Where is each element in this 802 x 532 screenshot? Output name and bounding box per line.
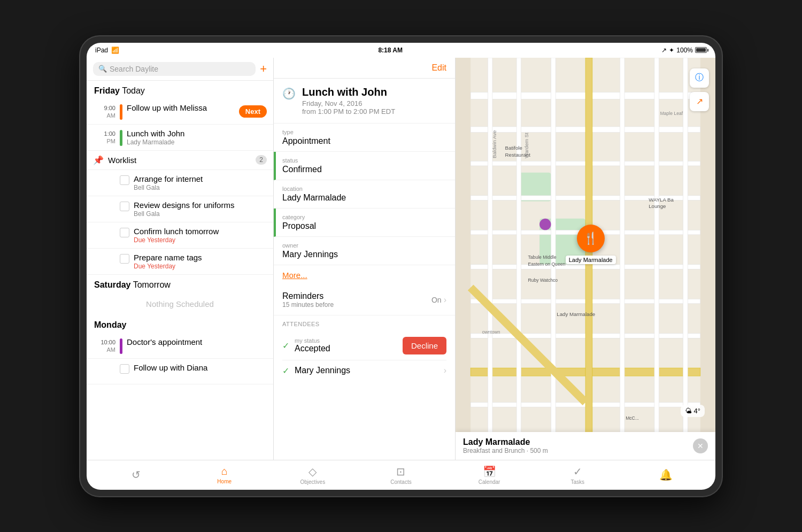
location-label: location: [282, 186, 446, 192]
monday-section: Monday 10:00 AM Doctor's appointment: [87, 315, 273, 384]
my-status-wrap: my status Accepted: [295, 337, 397, 353]
pin-circle: 🍴: [577, 225, 605, 252]
decline-button[interactable]: Decline: [403, 337, 446, 354]
search-input-wrap[interactable]: 🔍 Search Daylite: [93, 62, 256, 76]
svg-text:Eastern on Queen: Eastern on Queen: [528, 261, 566, 266]
battery-pct: 100%: [676, 47, 693, 54]
nothing-scheduled: Nothing Scheduled: [87, 293, 273, 315]
my-status-value: Accepted: [295, 344, 397, 353]
objectives-label: Objectives: [300, 479, 326, 485]
pin-icon: 📌: [93, 155, 104, 165]
type-field: type Appointment: [274, 124, 455, 152]
home-icon: ⌂: [221, 465, 228, 477]
attendees-label: ATTENDEES: [282, 321, 446, 327]
worklist-label: Worklist: [108, 156, 251, 165]
contacts-label: Contacts: [390, 479, 411, 485]
category-label: category: [282, 214, 446, 220]
tab-objectives[interactable]: ◇ Objectives: [268, 460, 357, 490]
map-location-button[interactable]: ↗: [690, 92, 709, 111]
reminders-status: On ›: [431, 295, 446, 305]
more-link[interactable]: More...: [274, 265, 455, 285]
svg-text:Batifole: Batifole: [505, 144, 522, 150]
doctor-content: Doctor's appointment: [127, 337, 267, 346]
melissa-time: 9:00 AM: [93, 103, 115, 120]
task-confirm-lunch[interactable]: Confirm lunch tomorrow Due Yesterday: [87, 222, 273, 249]
tab-calendar[interactable]: 📅 Calendar: [445, 460, 534, 490]
tab-bar: ↺ ⌂ Home ◇ Objectives ⊡ Contacts 📅 Calen…: [87, 460, 715, 490]
clock-icon: 🕐: [282, 87, 296, 100]
diana-item[interactable]: Follow up with Diana: [87, 359, 273, 384]
svg-text:McC...: McC...: [626, 415, 639, 420]
tasks-label: Tasks: [570, 479, 584, 485]
svg-text:owntown: owntown: [482, 329, 500, 334]
reminders-info: Reminders 15 minutes before: [282, 291, 334, 309]
saturday-sub-text: Tomorrow: [133, 280, 171, 289]
tab-refresh[interactable]: ↺: [92, 460, 180, 490]
task-designs-title: Review designs for uniforms: [134, 201, 267, 210]
worklist-row[interactable]: 📌 Worklist 2: [87, 151, 273, 170]
edit-button[interactable]: Edit: [431, 63, 446, 73]
category-value: Proposal: [282, 221, 446, 231]
svg-rect-17: [620, 58, 624, 460]
objectives-icon: ◇: [309, 465, 317, 478]
location-value: Lady Marmalade: [282, 193, 446, 203]
next-badge: Next: [239, 105, 267, 118]
friday-sub-text: Today: [122, 86, 145, 95]
location-icon: ↗: [661, 47, 667, 54]
friday-section: Friday Today 9:00 AM Follow up with M: [87, 81, 273, 151]
svg-text:Ruby Watchco: Ruby Watchco: [528, 277, 558, 282]
owner-label: owner: [282, 242, 446, 249]
svg-rect-19: [683, 58, 688, 460]
lunch-john-item[interactable]: 1:00 PM Lunch with John Lady Marmalade: [87, 125, 273, 151]
doctor-item[interactable]: 10:00 AM Doctor's appointment: [87, 333, 273, 359]
main-area: 🔍 Search Daylite + Friday Today: [87, 58, 715, 460]
task-confirm-checkbox[interactable]: [120, 228, 129, 237]
event-title-info: Lunch with John Friday, Nov 4, 2016 from…: [302, 86, 395, 115]
tab-tasks[interactable]: ✓ Tasks: [534, 460, 622, 490]
svg-point-20: [539, 218, 551, 229]
weather-temp: 4°: [694, 407, 700, 415]
task-name-tags[interactable]: Prepare name tags Due Yesterday: [87, 249, 273, 275]
location-field: location Lady Marmalade: [274, 180, 455, 209]
tab-contacts[interactable]: ⊡ Contacts: [357, 460, 445, 490]
detail-panel: Edit 🕐 Lunch with John Friday, Nov 4, 20…: [274, 58, 456, 460]
svg-text:Baldwin Ave: Baldwin Ave: [491, 130, 497, 158]
svg-text:Lounge: Lounge: [649, 203, 666, 209]
reminders-section[interactable]: Reminders 15 minutes before On ›: [274, 285, 455, 315]
mary-chevron: ›: [444, 366, 446, 375]
tab-notifications[interactable]: 🔔: [622, 460, 710, 490]
lunch-content: Lunch with John Lady Marmalade: [127, 129, 267, 146]
map-panel: Baldwin Ave Wardem St Maple Leaf Batifol…: [456, 58, 715, 460]
diana-checkbox[interactable]: [120, 364, 129, 374]
svg-rect-13: [488, 58, 492, 460]
mary-row[interactable]: ✓ Mary Jennings ›: [282, 360, 446, 381]
status-field: status Confirmed: [274, 152, 455, 180]
map-card-title: Lady Marmalade: [463, 437, 548, 447]
task-internet-checkbox[interactable]: [120, 175, 129, 185]
task-internet-title: Arrange for internet: [134, 174, 267, 183]
status-left: iPad 📶: [95, 47, 119, 54]
task-designs-checkbox[interactable]: [120, 202, 129, 211]
task-designs[interactable]: Review designs for uniforms Bell Gala: [87, 196, 273, 222]
tab-home[interactable]: ⌂ Home: [180, 460, 268, 490]
add-button[interactable]: +: [260, 62, 267, 76]
type-label: type: [282, 129, 446, 135]
melissa-item[interactable]: 9:00 AM Follow up with Melissa Next: [87, 99, 273, 125]
schedule-scroll: Friday Today 9:00 AM Follow up with M: [87, 81, 273, 460]
map-close-button[interactable]: ✕: [693, 438, 708, 453]
task-internet-sub: Bell Gala: [134, 184, 267, 191]
status-right: ↗ ✦ 100%: [661, 47, 707, 54]
event-time: from 1:00 PM to 2:00 PM EDT: [302, 107, 395, 115]
task-internet[interactable]: Arrange for internet Bell Gala: [87, 170, 273, 196]
friday-header: Friday Today: [87, 81, 273, 99]
task-designs-content: Review designs for uniforms Bell Gala: [134, 201, 267, 218]
mary-check: ✓: [282, 366, 289, 376]
task-tags-checkbox[interactable]: [120, 254, 129, 264]
map-info-button[interactable]: ⓘ: [690, 68, 709, 88]
task-designs-sub: Bell Gala: [134, 210, 267, 218]
status-time: 8:18 AM: [378, 47, 403, 54]
attendees-section: ATTENDEES ✓ my status Accepted Decline: [274, 315, 455, 381]
diana-content: Follow up with Diana: [134, 363, 267, 372]
weather-badge: 🌤 4°: [681, 405, 705, 417]
lunch-time: 1:00 PM: [93, 129, 115, 145]
